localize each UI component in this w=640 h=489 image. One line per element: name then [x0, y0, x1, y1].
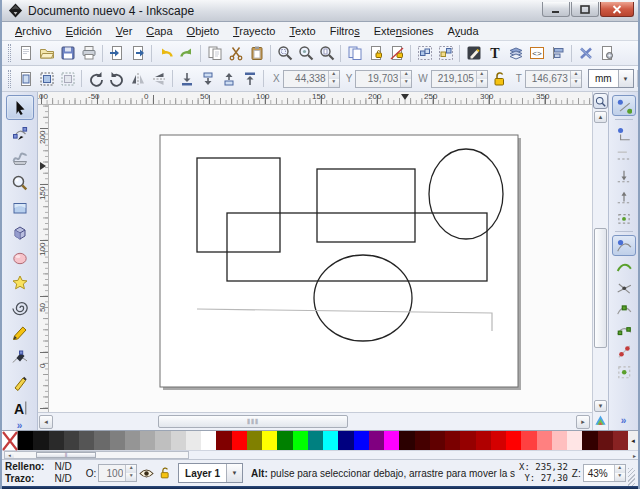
swatch-ffbfbf[interactable]: [552, 431, 567, 450]
close-button[interactable]: [600, 2, 634, 17]
ungroup-objects-button[interactable]: [435, 43, 456, 64]
menu-edicin[interactable]: Edición: [59, 23, 109, 39]
opacity-field[interactable]: ▲▼: [98, 464, 137, 482]
stroke-value[interactable]: N/D: [54, 473, 71, 485]
open-document-button[interactable]: [36, 43, 57, 64]
maximize-button[interactable]: [571, 2, 599, 17]
flip-horizontal-button[interactable]: [127, 68, 148, 89]
tool-selector[interactable]: [6, 95, 34, 120]
tool-box-3d[interactable]: [6, 220, 34, 245]
swatch-008080[interactable]: [308, 431, 323, 450]
field-t[interactable]: ▲▼: [525, 70, 582, 88]
zoom-page-button[interactable]: [316, 43, 337, 64]
align-dialog-button[interactable]: [547, 43, 568, 64]
group-objects-button[interactable]: [414, 43, 435, 64]
palette-scroll-left-arrow[interactable]: ◂: [5, 452, 14, 458]
color-managed-display-icon[interactable]: [593, 413, 608, 428]
swatch-661111[interactable]: [598, 431, 613, 450]
palette-scroll-right-arrow[interactable]: ▸: [633, 452, 636, 459]
select-all-button[interactable]: [15, 68, 36, 89]
field-x[interactable]: ▲▼: [283, 70, 340, 88]
flip-vertical-button[interactable]: [148, 68, 169, 89]
swatch-450000[interactable]: [415, 431, 430, 450]
tool-tweak[interactable]: [6, 145, 34, 170]
lock-ratio-button[interactable]: [490, 70, 508, 88]
horizontal-scroll-thumb[interactable]: ⦀⦀⦀: [158, 415, 348, 428]
fill-value[interactable]: N/D: [54, 461, 71, 473]
raise-to-top-button[interactable]: [239, 68, 260, 89]
paste-button[interactable]: [246, 43, 267, 64]
swatch-151515[interactable]: [33, 431, 48, 450]
swatch-555555[interactable]: [79, 431, 94, 450]
canvas-viewport[interactable]: [49, 105, 592, 412]
menu-objeto[interactable]: Objeto: [180, 23, 226, 39]
swatch-800000[interactable]: [216, 431, 231, 450]
swatch-950000[interactable]: [460, 431, 475, 450]
select-all-layers-button[interactable]: [36, 68, 57, 89]
import-button[interactable]: [106, 43, 127, 64]
horizontal-ruler[interactable]: -100-50050100150200250300350: [38, 92, 592, 105]
snap-bbox-midpoints-button[interactable]: [612, 186, 636, 207]
export-button[interactable]: [127, 43, 148, 64]
swatch-600000[interactable]: [430, 431, 445, 450]
tool-text[interactable]: A: [6, 395, 34, 420]
menu-trayecto[interactable]: Trayecto: [226, 23, 282, 39]
swatch-ff00ff[interactable]: [384, 431, 399, 450]
swatch-ff8080[interactable]: [537, 431, 552, 450]
spinner[interactable]: ▲▼: [328, 71, 339, 87]
zoom-drawing-button[interactable]: [295, 43, 316, 64]
swatch-808000[interactable]: [247, 431, 262, 450]
menu-archivo[interactable]: Archivo: [8, 23, 59, 39]
duplicate-button[interactable]: [344, 43, 365, 64]
spinner[interactable]: ▲▼: [400, 71, 411, 87]
spinner[interactable]: ▲▼: [476, 71, 487, 87]
copy-button[interactable]: [204, 43, 225, 64]
swatch-none[interactable]: [2, 431, 18, 450]
layer-selector[interactable]: Layer 1 ▼: [178, 463, 243, 483]
tool-spiral[interactable]: [6, 295, 34, 320]
horizontal-scrollbar[interactable]: ◂ ⦀⦀⦀ ▸: [38, 412, 592, 430]
toolbar-grip[interactable]: [8, 44, 11, 62]
inkscape-preferences-button[interactable]: [575, 43, 596, 64]
snap-enable-button[interactable]: [612, 95, 636, 116]
snap-paths-button[interactable]: [612, 256, 636, 277]
snap-cusp-nodes-button[interactable]: [612, 298, 636, 319]
swatch-6a6a6a[interactable]: [94, 431, 109, 450]
scroll-right-arrow[interactable]: ▸: [576, 415, 590, 429]
cut-button[interactable]: [225, 43, 246, 64]
swatch-00ffff[interactable]: [323, 431, 338, 450]
swatch-ffffff[interactable]: [201, 431, 216, 450]
swatch-000080[interactable]: [338, 431, 353, 450]
opacity-input[interactable]: [99, 465, 125, 481]
field-w[interactable]: ▲▼: [431, 70, 488, 88]
rotate-cw-button[interactable]: [106, 68, 127, 89]
swatch-d4d4d4[interactable]: [171, 431, 186, 450]
swatch-ff0000[interactable]: [232, 431, 247, 450]
tool-zoom[interactable]: [6, 170, 34, 195]
zoom-selection-button[interactable]: [274, 43, 295, 64]
snap-bbox-edges-button[interactable]: [612, 144, 636, 165]
swatch-ff0000[interactable]: [506, 431, 521, 450]
layers-dialog-button[interactable]: [505, 43, 526, 64]
field-t-input[interactable]: [526, 71, 570, 87]
menu-texto[interactable]: Texto: [282, 23, 322, 39]
snap-midpoints-button[interactable]: [612, 340, 636, 361]
scroll-down-arrow[interactable]: ▾: [594, 400, 607, 412]
field-w-input[interactable]: [432, 71, 476, 87]
menu-extensiones[interactable]: Extensiones: [367, 23, 441, 39]
swatch-330000[interactable]: [582, 431, 597, 450]
snap-bbox-corners-button[interactable]: [612, 165, 636, 186]
fill-stroke-dialog-button[interactable]: [463, 43, 484, 64]
tool-pen[interactable]: [6, 345, 34, 370]
field-x-input[interactable]: [284, 71, 328, 87]
swatch-0000ff[interactable]: [354, 431, 369, 450]
rotate-ccw-button[interactable]: [85, 68, 106, 89]
menu-ver[interactable]: Ver: [109, 23, 140, 39]
spinner[interactable]: ▲▼: [570, 71, 581, 87]
zoom-spinner[interactable]: ▲▼: [614, 465, 625, 481]
print-button[interactable]: [78, 43, 99, 64]
swatch-bfbfbf[interactable]: [155, 431, 170, 450]
tool-node-editor[interactable]: [6, 120, 34, 145]
swatch-008000[interactable]: [277, 431, 292, 450]
unit-selector[interactable]: mm▼: [588, 69, 634, 88]
